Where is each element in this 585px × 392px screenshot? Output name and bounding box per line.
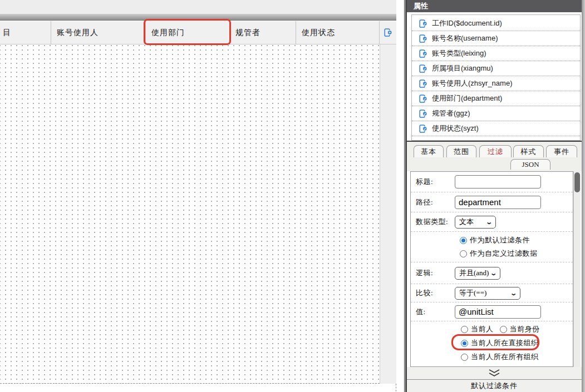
- tab-range[interactable]: 范围: [446, 145, 476, 157]
- design-canvas[interactable]: [0, 44, 396, 384]
- radio-option-current-user[interactable]: 当前人: [461, 324, 494, 334]
- add-column-button[interactable]: [380, 21, 396, 44]
- column-header-label: 账号使用人: [57, 28, 99, 38]
- tab-basic[interactable]: 基本: [414, 145, 444, 157]
- chevron-down-icon: ⌄: [490, 270, 497, 277]
- grid-column-header-row: 目 账号使用人 使用部门 规管者 使用状态: [0, 21, 396, 44]
- double-chevron-down-icon: [487, 369, 502, 377]
- radio-option-direct-org[interactable]: 当前人所在直接组织: [461, 338, 539, 348]
- form-row-filter-mode: 作为默认过滤条件 作为自定义过滤数据: [411, 232, 573, 262]
- form-row-value: 值:: [411, 302, 573, 321]
- radio-label: 当前人所在所有组织: [471, 352, 539, 362]
- properties-panel: 属性 工作ID($document.id) 账号名称(username) 账号类…: [407, 0, 582, 392]
- page-check-icon: [419, 34, 427, 43]
- properties-tab-bar: 基本 范围 过滤 样式 事件 JSON: [407, 141, 582, 171]
- title-input[interactable]: [455, 175, 541, 188]
- compare-select[interactable]: 等于(==) ⌄: [455, 287, 520, 300]
- collapse-section-button[interactable]: [407, 367, 582, 379]
- scrollbar-thumb[interactable]: [574, 172, 580, 192]
- canvas-vertical-scrollbar[interactable]: [380, 44, 396, 384]
- tab-label: JSON: [522, 160, 539, 169]
- tab-filter[interactable]: 过滤: [479, 145, 512, 157]
- title-label: 标题:: [416, 177, 455, 187]
- radio-option-custom-filter[interactable]: 作为自定义过滤数据: [460, 249, 538, 259]
- form-row-title: 标题:: [411, 172, 573, 192]
- chevron-down-icon: ⌄: [510, 290, 517, 297]
- radio-label: 当前人所在直接组织: [471, 338, 539, 348]
- page-check-icon: [419, 19, 427, 28]
- field-item-syzt[interactable]: 使用状态(syzt): [412, 121, 580, 136]
- page-check-icon: [419, 109, 427, 118]
- logic-select[interactable]: 并且(and) ⌄: [455, 267, 500, 280]
- tab-label: 样式: [521, 147, 537, 157]
- path-input[interactable]: [455, 196, 541, 209]
- radio-label: 作为默认过滤条件: [470, 235, 530, 245]
- radio-label: 当前人: [471, 324, 494, 334]
- column-header-department[interactable]: 使用部门: [146, 21, 230, 44]
- column-header-syzt[interactable]: 使用状态: [296, 21, 380, 44]
- filter-settings-form: 标题: 路径: 数据类型: 文本 ⌄ 作为默认过滤条件 作为自定义过滤数据: [410, 171, 573, 367]
- field-item-label: 使用部门(department): [432, 93, 502, 103]
- radio-unselected-icon[interactable]: [500, 326, 507, 333]
- datatype-select[interactable]: 文本 ⌄: [455, 216, 496, 229]
- form-row-datatype: 数据类型: 文本 ⌄: [411, 212, 573, 232]
- field-item-leixing[interactable]: 账号类型(leixing): [412, 46, 580, 61]
- datatype-selected-value: 文本: [459, 217, 474, 227]
- form-vertical-scrollbar[interactable]: [573, 171, 581, 367]
- radio-label: 当前身份: [510, 324, 540, 334]
- field-item-xiangmu[interactable]: 所属项目(xiangmu): [412, 61, 580, 76]
- form-row-compare: 比较: 等于(==) ⌄: [411, 284, 573, 302]
- column-header-label: 目: [3, 28, 11, 38]
- page-plus-icon: [384, 28, 392, 37]
- splitter-gap: [396, 0, 404, 392]
- tab-label: 过滤: [488, 147, 503, 157]
- section-header-label: 默认过滤条件: [471, 381, 518, 391]
- column-header-xiangmu[interactable]: 目: [0, 21, 51, 44]
- field-item-username[interactable]: 账号名称(username): [412, 31, 580, 46]
- radio-unselected-icon[interactable]: [460, 250, 467, 257]
- column-header-label: 规管者: [235, 28, 260, 38]
- radio-unselected-icon[interactable]: [461, 326, 468, 333]
- radio-unselected-icon[interactable]: [461, 354, 468, 361]
- form-row-path: 路径:: [411, 192, 573, 212]
- column-header-label: 使用部门: [151, 28, 185, 38]
- canvas-dashed-corner: [391, 384, 396, 391]
- tab-json[interactable]: JSON: [510, 159, 550, 170]
- field-item-label: 账号使用人(zhsyr_name): [432, 78, 512, 88]
- window-right-edge: [582, 0, 585, 392]
- field-item-label: 使用状态(syzt): [432, 123, 479, 133]
- form-row-scope: 当前人 当前身份 当前人所在直接组织 当前人所在所有组织: [411, 321, 573, 365]
- column-header-zhsyr[interactable]: 账号使用人: [51, 21, 146, 44]
- logic-selected-value: 并且(and): [459, 268, 489, 278]
- field-item-zhsyr-name[interactable]: 账号使用人(zhsyr_name): [412, 76, 580, 91]
- radio-selected-icon[interactable]: [460, 237, 467, 244]
- field-item-department[interactable]: 使用部门(department): [412, 91, 580, 106]
- page-check-icon: [419, 64, 427, 73]
- tab-label: 基本: [421, 147, 436, 157]
- radio-selected-icon[interactable]: [461, 340, 468, 347]
- designer-toolbar-shadow: [0, 14, 396, 21]
- field-item-document-id[interactable]: 工作ID($document.id): [412, 16, 580, 31]
- column-header-label: 使用状态: [302, 28, 335, 38]
- radio-option-default-filter[interactable]: 作为默认过滤条件: [460, 235, 530, 245]
- radio-label: 作为自定义过滤数据: [470, 249, 538, 259]
- tab-label: 范围: [454, 147, 469, 157]
- compare-selected-value: 等于(==): [459, 288, 486, 298]
- value-input[interactable]: [455, 305, 541, 319]
- path-label: 路径:: [416, 197, 455, 207]
- properties-panel-title-label: 属性: [414, 1, 428, 11]
- field-item-ggz[interactable]: 规管者(ggz): [412, 106, 580, 121]
- default-filter-section-header[interactable]: 默认过滤条件: [407, 379, 582, 392]
- chevron-down-icon: ⌄: [485, 219, 493, 226]
- tab-event[interactable]: 事件: [546, 145, 577, 157]
- scope-row-1: 当前人 当前身份: [461, 324, 540, 334]
- radio-option-all-orgs[interactable]: 当前人所在所有组织: [461, 352, 539, 362]
- column-header-ggz[interactable]: 规管者: [230, 21, 296, 44]
- value-label: 值:: [416, 307, 455, 317]
- logic-label: 逻辑:: [416, 268, 455, 278]
- radio-option-current-identity[interactable]: 当前身份: [500, 324, 540, 334]
- tab-style[interactable]: 样式: [513, 145, 544, 157]
- field-binding-list: 工作ID($document.id) 账号名称(username) 账号类型(l…: [411, 14, 581, 141]
- page-check-icon: [419, 49, 427, 58]
- field-item-label: 账号类型(leixing): [432, 48, 486, 58]
